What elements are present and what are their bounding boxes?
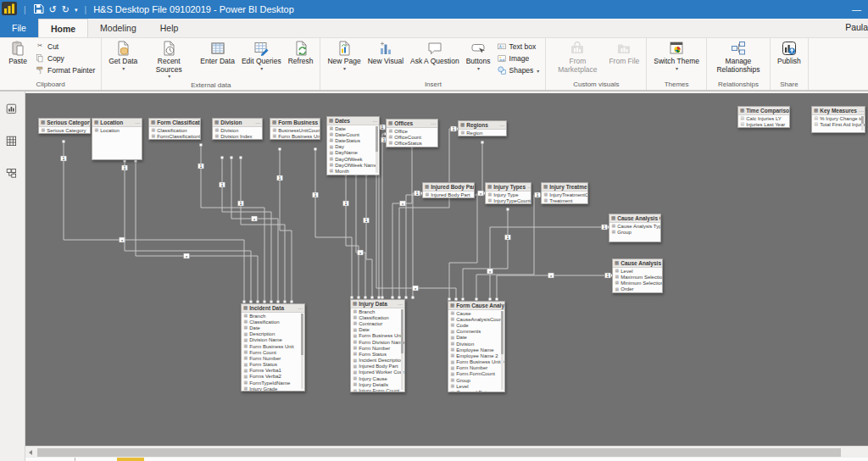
more-options-icon[interactable]: ⋯ xyxy=(135,119,140,125)
field-day[interactable]: ▦Day xyxy=(327,144,379,150)
field-datestatus[interactable]: ▦DateStatus xyxy=(327,137,379,143)
field-group[interactable]: ▦Group xyxy=(448,377,504,383)
more-options-icon[interactable]: ⋯ xyxy=(499,122,504,128)
table-header[interactable]: ▦Serious Category⋯ xyxy=(39,119,90,127)
field-date[interactable]: ▦Date xyxy=(351,327,404,333)
table-serious-category[interactable]: ▦Serious Category⋯▦Serious Category xyxy=(38,118,91,134)
field-division-name[interactable]: ▦Division Name xyxy=(242,337,304,343)
table-form-cause-analysis-items[interactable]: ▦Form Cause Analysis Items⋯▦Cause▦CauseA… xyxy=(448,301,505,392)
table-form-classification[interactable]: ▦Form Classification⋯▦Classification▦For… xyxy=(148,118,201,140)
table-scrollbar-thumb[interactable] xyxy=(376,126,378,152)
field-minimum-selections[interactable]: ▦Minimum Selections xyxy=(613,280,662,286)
field-month[interactable]: ▦Month xyxy=(327,168,379,174)
field-calc-injuries-ly[interactable]: ▤Calc Injuries LY xyxy=(738,115,789,121)
field-causeanalysiscount[interactable]: ▦CauseAnalysisCount xyxy=(448,316,504,322)
field-date[interactable]: ▦Date xyxy=(242,325,304,330)
relationship-line[interactable] xyxy=(64,142,244,302)
save-icon[interactable] xyxy=(33,3,44,16)
sidebar-item-report-view[interactable] xyxy=(4,103,21,120)
field-formtypeidname[interactable]: ▦FormTypeIdName xyxy=(242,380,304,386)
image-button[interactable]: Image xyxy=(495,53,542,64)
table-injured-body-parts[interactable]: ▦Injured Body Parts⋯▦Injured Body Part xyxy=(422,182,475,198)
field-level[interactable]: ▦Level xyxy=(613,268,662,274)
field-form-number[interactable]: ▦Form Number xyxy=(351,345,404,351)
field-code[interactable]: ▦Code xyxy=(448,322,504,328)
table-scrollbar[interactable] xyxy=(301,314,303,389)
publish-button[interactable]: Publish xyxy=(775,39,804,67)
tab-home[interactable]: Home xyxy=(38,19,88,37)
table-scrollbar[interactable] xyxy=(376,126,378,173)
field-branch[interactable]: ▦Branch xyxy=(351,308,404,314)
relationship-line[interactable] xyxy=(136,161,258,302)
field-form-status[interactable]: ▦Form Status xyxy=(242,362,304,368)
more-options-icon[interactable]: ⋯ xyxy=(298,305,303,311)
table-scrollbar[interactable] xyxy=(501,311,504,390)
table-header[interactable]: ▦Form Business Units⋯ xyxy=(270,119,320,127)
table-header[interactable]: ▦Time Comparisons⋯ xyxy=(738,107,789,115)
table-header[interactable]: ▦Key Measures⋯ xyxy=(812,107,865,115)
field-businessunitcount[interactable]: ▦BusinessUnitCount xyxy=(270,127,320,133)
refresh-button[interactable]: Refresh xyxy=(286,39,316,67)
table-form-business-units[interactable]: ▦Form Business Units⋯▦BusinessUnitCount▦… xyxy=(270,118,320,140)
field-serious-category[interactable]: ▦Serious Category xyxy=(39,127,90,133)
redo-icon[interactable]: ↻ xyxy=(62,5,70,14)
field-treatment[interactable]: ▦Treatment xyxy=(542,197,587,203)
sidebar-item-data-view[interactable] xyxy=(4,136,21,153)
table-injury-treatments[interactable]: ▦Injury Treatments⋯▦InjuryTreatmentCount… xyxy=(541,182,588,204)
field-maximum-selections[interactable]: ▦Maximum Selections xyxy=(613,274,662,280)
relationship-line[interactable] xyxy=(497,275,612,299)
table-header[interactable]: ▦Injury Treatments⋯ xyxy=(542,183,587,192)
relationship-line[interactable] xyxy=(449,193,485,299)
tab-modeling[interactable]: Modeling xyxy=(88,19,148,37)
table-header[interactable]: ▦Injury Data⋯ xyxy=(351,300,404,308)
table-header[interactable]: ▦Injured Body Parts⋯ xyxy=(423,183,474,192)
field-employee-name[interactable]: ▦Employee Name xyxy=(448,347,504,353)
field-injured-body-part[interactable]: ▦Injured Body Part xyxy=(423,192,474,197)
manage-relationships-button[interactable]: Manage Relationships xyxy=(711,39,765,75)
relationship-line[interactable] xyxy=(280,149,292,302)
get-data-button[interactable]: Get Data▾ xyxy=(106,39,140,72)
field-injury-details[interactable]: ▦Injury Details xyxy=(351,381,404,387)
format-painter-button[interactable]: Format Painter xyxy=(33,64,97,76)
field-officecount[interactable]: ▦OfficeCount xyxy=(387,134,437,140)
field-division[interactable]: ▦Division xyxy=(213,127,262,133)
field-injurytreatmentcount[interactable]: ▦InjuryTreatmentCount xyxy=(542,192,587,197)
table-cause-analysis-level[interactable]: ▦Cause Analysis Level⋯▦Level▦Maximum Sel… xyxy=(612,258,663,293)
table-incident-data[interactable]: ▦Incident Data⋯▦Branch▦Classification▦Da… xyxy=(241,303,305,392)
field-officestatus[interactable]: ▦OfficeStatus xyxy=(387,140,437,146)
field-occurred-date[interactable]: ▦Occurred Date xyxy=(448,389,504,392)
field-form-status[interactable]: ▦Form Status xyxy=(351,351,404,357)
table-key-measures[interactable]: ▦Key Measures⋯▤% Injury Change to LY▤Tot… xyxy=(811,106,865,133)
table-scrollbar[interactable] xyxy=(861,116,864,131)
table-injury-data[interactable]: ▦Injury Data⋯▦Branch▦Classification▦Cont… xyxy=(350,299,405,392)
field-form-business-unit-name[interactable]: ▦Form Business Unit Name xyxy=(448,359,504,365)
relationship-line[interactable] xyxy=(413,193,422,297)
table-regions[interactable]: ▦Regions⋯▦Region xyxy=(458,120,507,136)
field-location[interactable]: ▦Location xyxy=(92,127,142,133)
table-header[interactable]: ▦Location⋯ xyxy=(92,119,142,127)
field-form-count[interactable]: ▦Form Count xyxy=(242,349,304,355)
table-header[interactable]: ▦Incident Data⋯ xyxy=(242,304,304,313)
relationship-line[interactable] xyxy=(222,158,271,302)
field-dayname[interactable]: ▦DayName xyxy=(327,150,379,156)
table-header[interactable]: ▦Offices⋯ xyxy=(387,119,437,128)
table-header[interactable]: ▦Form Cause Analysis Items⋯ xyxy=(448,302,504,310)
more-options-icon[interactable]: ⋯ xyxy=(398,301,403,307)
table-scrollbar-thumb[interactable] xyxy=(301,314,303,355)
table-header[interactable]: ▦Injury Types⋯ xyxy=(486,183,531,192)
field-form-division-name[interactable]: ▦Form Division Name xyxy=(351,339,404,345)
table-header[interactable]: ▦Cause Analysis Group⋯ xyxy=(609,214,660,223)
table-header[interactable]: ▦Division⋯ xyxy=(213,119,262,127)
table-scrollbar-thumb[interactable] xyxy=(401,309,403,353)
enter-data-button[interactable]: Enter Data xyxy=(198,39,237,67)
new-visual-button[interactable]: New Visual xyxy=(365,39,406,67)
edit-queries-button[interactable]: Edit Queries▾ xyxy=(239,39,284,72)
more-options-icon[interactable]: ⋯ xyxy=(372,118,377,124)
field-division[interactable]: ▦Division xyxy=(448,341,504,347)
field-injury-type[interactable]: ▦Injury Type xyxy=(486,192,531,197)
buttons-button[interactable]: Buttons▾ xyxy=(464,39,493,72)
from-marketplace-button[interactable]: From Marketplace xyxy=(550,39,604,75)
new-page-button[interactable]: New Page▾ xyxy=(325,39,363,72)
more-options-icon[interactable]: ⋯ xyxy=(255,119,260,125)
field-classification[interactable]: ▦Classification xyxy=(242,319,304,325)
